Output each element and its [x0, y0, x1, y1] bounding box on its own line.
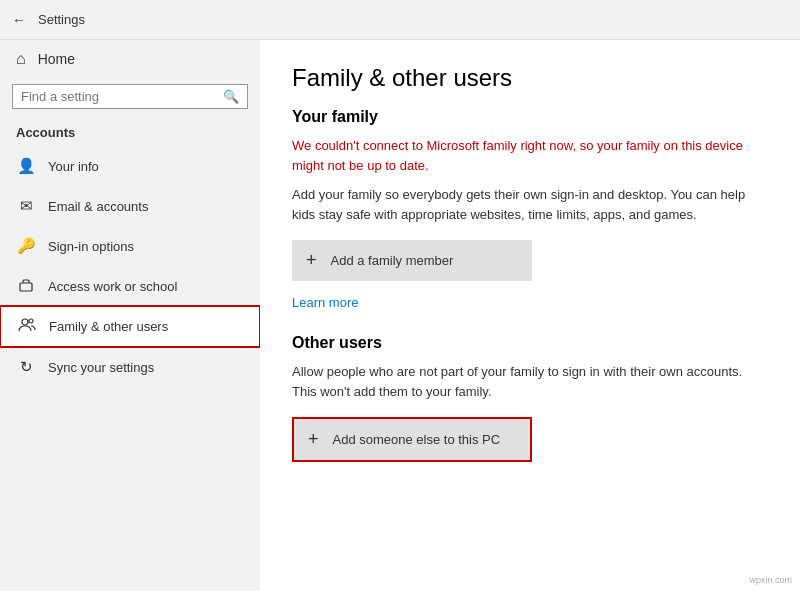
home-icon: ⌂ — [16, 50, 26, 68]
content-area: Family & other users Your family We coul… — [260, 40, 800, 591]
svg-rect-0 — [20, 283, 32, 291]
add-family-member-button[interactable]: + Add a family member — [292, 240, 532, 281]
title-bar-title: Settings — [38, 12, 85, 27]
group-icon — [17, 317, 37, 336]
plus-icon: + — [306, 250, 317, 271]
sidebar-item-access-work-school[interactable]: Access work or school — [0, 266, 260, 306]
other-users-description: Allow people who are not part of your fa… — [292, 362, 768, 401]
email-icon: ✉ — [16, 197, 36, 215]
sidebar-search-box[interactable]: 🔍 — [12, 84, 248, 109]
svg-point-2 — [29, 319, 33, 323]
watermark: wpxin.com — [749, 575, 792, 585]
person-icon: 👤 — [16, 157, 36, 175]
sidebar: ⌂ Home 🔍 Accounts 👤 Your info ✉ Email & … — [0, 40, 260, 591]
your-family-section-title: Your family — [292, 108, 768, 126]
sync-icon: ↻ — [16, 358, 36, 376]
learn-more-link[interactable]: Learn more — [292, 295, 358, 310]
sidebar-item-label: Access work or school — [48, 279, 177, 294]
plus-icon-2: + — [308, 429, 319, 450]
search-input[interactable] — [21, 89, 223, 104]
other-users-section-title: Other users — [292, 334, 768, 352]
title-bar: ← Settings — [0, 0, 800, 40]
sidebar-item-your-info[interactable]: 👤 Your info — [0, 146, 260, 186]
add-someone-label: Add someone else to this PC — [333, 432, 501, 447]
briefcase-icon — [16, 277, 36, 296]
svg-point-1 — [22, 319, 28, 325]
key-icon: 🔑 — [16, 237, 36, 255]
sidebar-item-sync-settings[interactable]: ↻ Sync your settings — [0, 347, 260, 387]
search-icon: 🔍 — [223, 89, 239, 104]
add-family-member-label: Add a family member — [331, 253, 454, 268]
sidebar-item-label: Sign-in options — [48, 239, 134, 254]
family-description: Add your family so everybody gets their … — [292, 185, 768, 224]
sidebar-item-sign-in-options[interactable]: 🔑 Sign-in options — [0, 226, 260, 266]
sidebar-item-email-accounts[interactable]: ✉ Email & accounts — [0, 186, 260, 226]
sidebar-item-label: Email & accounts — [48, 199, 148, 214]
add-someone-else-button[interactable]: + Add someone else to this PC — [292, 417, 532, 462]
sidebar-item-family-other-users[interactable]: Family & other users — [0, 306, 260, 347]
page-title: Family & other users — [292, 64, 768, 92]
sidebar-item-label: Family & other users — [49, 319, 168, 334]
error-message: We couldn't connect to Microsoft family … — [292, 136, 768, 175]
sidebar-item-home[interactable]: ⌂ Home — [0, 40, 260, 78]
sidebar-item-label: Your info — [48, 159, 99, 174]
sidebar-home-label: Home — [38, 51, 75, 67]
back-button[interactable]: ← — [12, 12, 26, 28]
sidebar-section-title: Accounts — [0, 119, 260, 146]
sidebar-item-label: Sync your settings — [48, 360, 154, 375]
main-layout: ⌂ Home 🔍 Accounts 👤 Your info ✉ Email & … — [0, 40, 800, 591]
